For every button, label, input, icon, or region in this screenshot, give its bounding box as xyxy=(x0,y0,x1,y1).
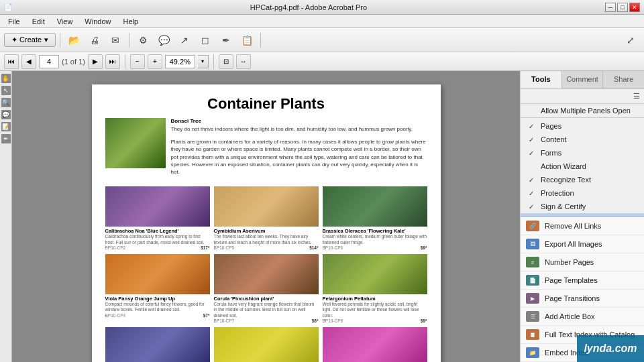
share-button[interactable]: ↗ xyxy=(175,31,194,50)
panel-item-sign-certify[interactable]: ✓ Sign & Certify xyxy=(521,200,644,213)
pdf-intro-text: Plants are grown in containers for a var… xyxy=(171,138,427,176)
menu-file[interactable]: File xyxy=(3,16,25,27)
submenu-remove-links[interactable]: 🔗 Remove All Links xyxy=(521,217,644,235)
export-images-label: Export All Images xyxy=(545,240,602,248)
plant-cell-2: Brassica Oleracea 'Flowering Kale' Cream… xyxy=(323,186,427,250)
plant-cell-3: Viola Pansy Orange Jump Up Compact mound… xyxy=(105,254,210,323)
plant-cell-6: Pansy Blue Shades Compact mounds of viol… xyxy=(105,327,210,362)
window-controls: ─ □ ✕ xyxy=(605,3,640,12)
panel-item-content[interactable]: ✓ Content xyxy=(521,133,644,146)
panel-list: ✓ Pages ✓ Content ✓ Forms Action Wizard … xyxy=(521,118,644,217)
tab-tools[interactable]: Tools xyxy=(521,71,562,88)
sidebar-zoom-tool[interactable]: 🔍 xyxy=(1,98,11,107)
menu-help[interactable]: Help xyxy=(117,16,144,27)
article-box-label: Add Article Box xyxy=(545,312,595,320)
panel-item-recognize-text[interactable]: ✓ Recognize Text xyxy=(521,173,644,186)
create-button[interactable]: ✦ Create ▾ xyxy=(4,33,56,47)
print-button[interactable]: 🖨 xyxy=(85,31,104,50)
panel-item-forms[interactable]: ✓ Forms xyxy=(521,146,644,160)
panel-options-row: ☰ xyxy=(521,89,644,104)
panel-item-action-wizard[interactable]: Action Wizard xyxy=(521,160,644,173)
sidebar-hand-tool[interactable]: ✋ xyxy=(1,74,11,83)
sidebar-forms-tool[interactable]: 📝 xyxy=(1,122,11,131)
app-icon: 📄 xyxy=(4,3,12,11)
panel-item-pages[interactable]: ✓ Pages xyxy=(521,119,644,133)
right-panel: Tools Comment Share ☰ Allow Multiple Pan… xyxy=(520,71,644,362)
maximize-button[interactable]: □ xyxy=(617,3,628,12)
pages-check: ✓ xyxy=(529,123,537,130)
menu-edit[interactable]: Edit xyxy=(27,16,50,27)
plant-cell-5: Pelargonium Peltatum Well favored pennal… xyxy=(323,254,427,323)
fit-page-button[interactable]: ⊡ xyxy=(219,54,233,69)
submenu-number-pages[interactable]: # Number Pages xyxy=(521,253,644,272)
submenu-article-box[interactable]: ☰ Add Article Box xyxy=(521,308,644,326)
forms-button[interactable]: 📋 xyxy=(237,31,256,50)
plant-code-4: BP10-CP7 $8* xyxy=(214,318,319,323)
zoom-input[interactable] xyxy=(165,55,195,68)
sidebar-sign-tool[interactable]: ✒ xyxy=(1,134,11,143)
content-check: ✓ xyxy=(529,136,537,143)
menu-bar: File Edit View Window Help xyxy=(0,15,644,28)
open-button[interactable]: 📂 xyxy=(64,31,83,50)
submenu-page-templates[interactable]: 📄 Page Templates xyxy=(521,272,644,290)
panel-options-icon[interactable]: ☰ xyxy=(633,92,640,101)
expand-button[interactable]: ⤢ xyxy=(621,31,640,50)
doc-processing-check: ✓ xyxy=(529,217,537,217)
allow-multiple-item[interactable]: Allow Multiple Panels Open xyxy=(521,104,644,117)
nav-bar: ⏮ ◀ (1 of 1) ▶ ⏭ − + ▾ ⊡ ↔ xyxy=(0,52,644,71)
prev-page-button[interactable]: ◀ xyxy=(21,54,36,69)
sidebar-comment-tool[interactable]: 💬 xyxy=(1,110,11,119)
plant-image-6 xyxy=(105,327,210,362)
last-page-button[interactable]: ⏭ xyxy=(105,54,120,69)
menu-view[interactable]: View xyxy=(52,16,78,27)
submenu-page-transitions[interactable]: ▶ Page Transitions xyxy=(521,290,644,308)
cursor-indicator: ↖ xyxy=(637,217,643,217)
plant-code-1: BP10-CP5 $14* xyxy=(214,245,319,250)
plant-image-2 xyxy=(323,186,427,227)
settings-button[interactable]: ⚙ xyxy=(133,31,152,50)
panel-item-document-processing[interactable]: ✓ Document Processing ↖ xyxy=(521,213,644,217)
plant-image-0 xyxy=(105,186,210,227)
plant-code-0: BP10-CP2 $17* xyxy=(105,245,210,250)
zoom-out-button[interactable]: − xyxy=(130,54,145,69)
nav-separator-1 xyxy=(125,54,125,69)
page-number-input[interactable] xyxy=(39,55,59,68)
minimize-button[interactable]: ─ xyxy=(605,3,616,12)
email-button[interactable]: ✉ xyxy=(106,31,125,50)
first-page-button[interactable]: ⏮ xyxy=(4,54,19,69)
plant-name-0: Calibrachoa Noa 'Blue Legend' xyxy=(105,228,210,234)
bonsei-name: Bonsei Tree xyxy=(171,118,427,124)
submenu-export-images[interactable]: 🖼 Export All Images xyxy=(521,235,644,253)
fit-width-button[interactable]: ↔ xyxy=(236,54,251,69)
toolbar-separator-1 xyxy=(60,33,60,48)
comment-button[interactable]: 💬 xyxy=(154,31,173,50)
next-page-button[interactable]: ▶ xyxy=(88,54,103,69)
forms-check: ✓ xyxy=(529,149,537,157)
pages-label: Pages xyxy=(541,122,636,130)
bonsei-image xyxy=(105,118,166,168)
plant-image-1 xyxy=(214,186,319,227)
plant-cell-0: Calibrachoa Noa 'Blue Legend' Calibracho… xyxy=(105,186,210,250)
close-button[interactable]: ✕ xyxy=(629,3,640,12)
plant-name-4: Corula 'Pincushion plant' xyxy=(214,296,319,302)
main-area: ✋ ↖ 🔍 💬 📝 ✒ Container Plants Bonsei Tree… xyxy=(0,71,644,362)
protection-check: ✓ xyxy=(529,190,537,197)
window-title: HPCat-pg4.pdf - Adobe Acrobat Pro xyxy=(250,3,367,11)
page-templates-label: Page Templates xyxy=(545,276,598,284)
sign-button[interactable]: ✒ xyxy=(217,31,235,50)
page-transitions-label: Page Transitions xyxy=(545,294,600,302)
plant-image-7 xyxy=(214,327,319,362)
menu-window[interactable]: Window xyxy=(79,16,116,27)
plant-image-5 xyxy=(323,254,427,294)
plant-cell-1: Cymbidium Aserivum The flowers last abou… xyxy=(214,186,319,250)
tab-comment[interactable]: Comment xyxy=(562,71,604,88)
toolbar-separator-2 xyxy=(129,33,129,48)
sidebar-select-tool[interactable]: ↖ xyxy=(1,86,11,95)
zoom-in-button[interactable]: + xyxy=(148,54,162,69)
plant-desc-4: Corula have very fragrant orange flowers… xyxy=(214,302,319,318)
tab-share[interactable]: Share xyxy=(603,71,644,88)
action-wizard-label: Action Wizard xyxy=(541,162,636,170)
panel-item-protection[interactable]: ✓ Protection xyxy=(521,186,644,200)
zoom-dropdown[interactable]: ▾ xyxy=(198,55,209,68)
redact-button[interactable]: ◻ xyxy=(196,31,215,50)
